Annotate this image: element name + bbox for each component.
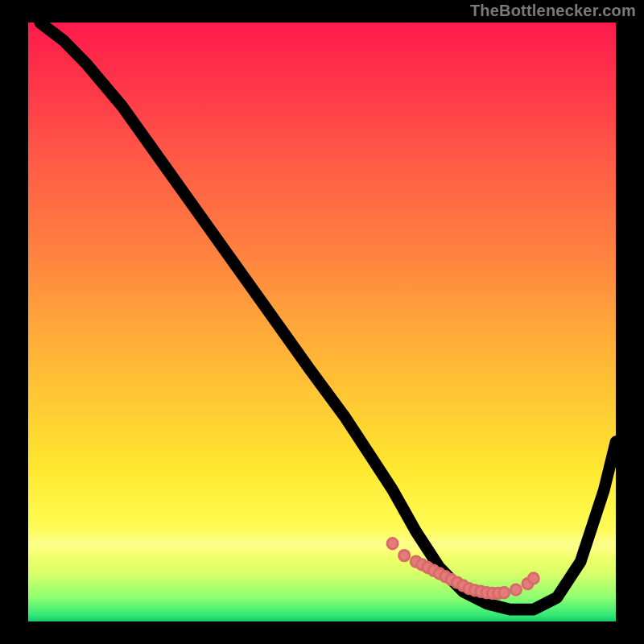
optimal-dot [387, 539, 398, 549]
curve-svg [28, 23, 616, 621]
optimal-dot [528, 573, 539, 584]
chart-frame: TheBottlenecker.com [0, 0, 644, 644]
optimal-dots-group [387, 539, 539, 599]
plot-area [28, 23, 616, 621]
bottleneck-curve [40, 23, 616, 609]
optimal-dot [399, 550, 410, 560]
optimal-dot [510, 584, 521, 595]
watermark-text: TheBottlenecker.com [470, 2, 636, 20]
optimal-dot [499, 588, 510, 598]
